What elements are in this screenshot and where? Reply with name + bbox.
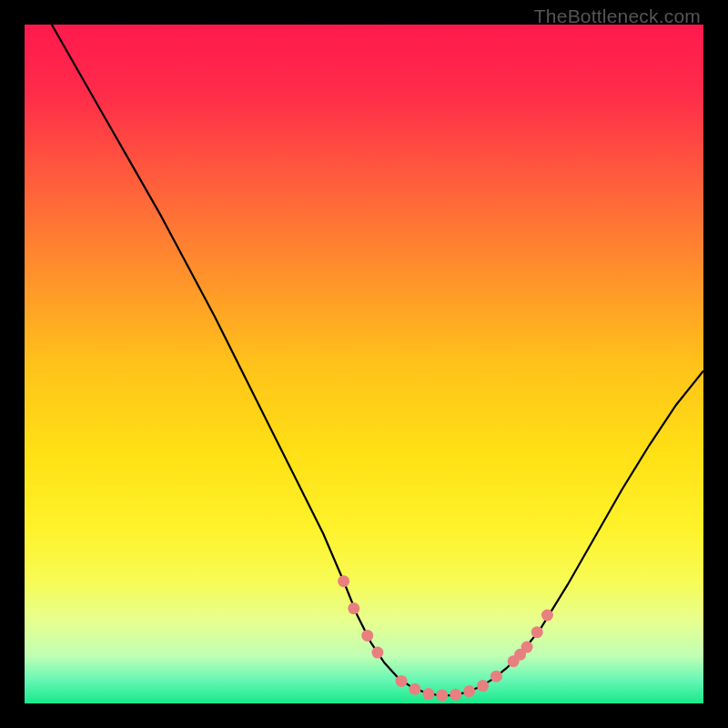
- marker-point: [338, 575, 349, 587]
- marker-point: [521, 642, 533, 653]
- marker-point: [409, 683, 420, 695]
- marker-point: [422, 688, 434, 700]
- marker-point: [490, 671, 502, 682]
- marker-point: [450, 689, 461, 701]
- plot-area: [25, 25, 703, 703]
- chart-container: TheBottleneck.com: [0, 0, 728, 728]
- marker-point: [541, 610, 553, 622]
- marker-point: [348, 602, 359, 614]
- bottleneck-curve: [25, 25, 703, 703]
- marker-point: [361, 630, 373, 642]
- marker-point: [531, 626, 543, 638]
- marker-point: [463, 685, 475, 697]
- marker-point: [436, 690, 448, 702]
- marker-point: [396, 675, 408, 687]
- marker-point: [477, 680, 489, 692]
- marker-point: [371, 647, 383, 659]
